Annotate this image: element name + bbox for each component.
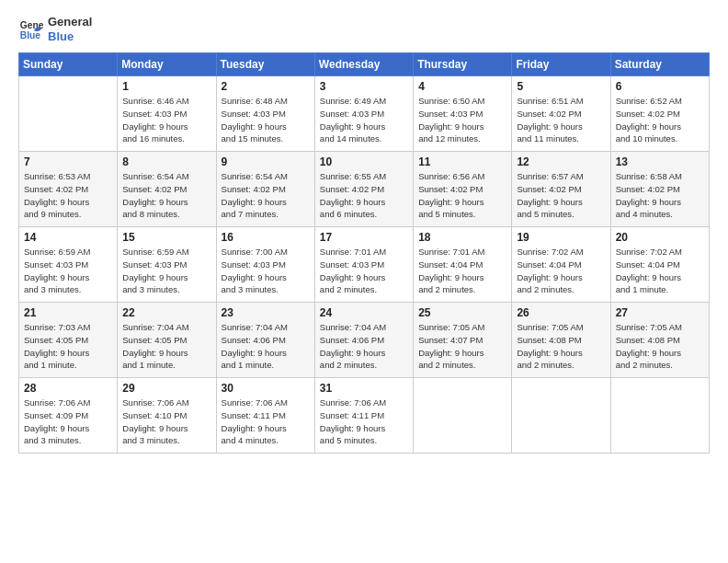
day-number: 5 (517, 80, 605, 93)
day-info: Sunrise: 7:05 AMSunset: 4:07 PMDaylight:… (418, 321, 506, 372)
day-info: Sunrise: 7:02 AMSunset: 4:04 PMDaylight:… (517, 246, 605, 296)
day-info: Sunrise: 6:54 AMSunset: 4:02 PMDaylight:… (122, 170, 210, 221)
day-info: Sunrise: 6:59 AMSunset: 4:03 PMDaylight:… (24, 246, 112, 296)
page-container: General Blue General Blue SundayMondayTu… (0, 0, 728, 563)
day-number: 6 (616, 80, 704, 93)
calendar-cell: 2Sunrise: 6:48 AMSunset: 4:03 PMDaylight… (216, 76, 314, 152)
day-number: 24 (320, 306, 408, 319)
day-number: 2 (222, 80, 310, 93)
calendar-cell: 7Sunrise: 6:53 AMSunset: 4:02 PMDaylight… (19, 152, 118, 227)
day-info: Sunrise: 7:03 AMSunset: 4:05 PMDaylight:… (24, 321, 112, 372)
day-info: Sunrise: 7:06 AMSunset: 4:10 PMDaylight:… (122, 396, 210, 447)
calendar-cell: 10Sunrise: 6:55 AMSunset: 4:02 PMDayligh… (314, 152, 413, 227)
day-number: 26 (517, 306, 605, 319)
calendar-cell: 1Sunrise: 6:46 AMSunset: 4:03 PMDaylight… (118, 76, 216, 152)
calendar-cell: 12Sunrise: 6:57 AMSunset: 4:02 PMDayligh… (512, 152, 610, 227)
day-number: 29 (122, 382, 210, 395)
day-number: 19 (517, 231, 605, 244)
day-number: 13 (616, 155, 704, 168)
day-info: Sunrise: 6:56 AMSunset: 4:02 PMDaylight:… (418, 170, 506, 221)
day-number: 27 (616, 306, 704, 319)
calendar-header-row: SundayMondayTuesdayWednesdayThursdayFrid… (19, 53, 710, 76)
calendar-cell (610, 378, 709, 454)
calendar-cell: 20Sunrise: 7:02 AMSunset: 4:04 PMDayligh… (610, 227, 709, 303)
day-info: Sunrise: 7:01 AMSunset: 4:03 PMDaylight:… (320, 246, 408, 296)
logo-text: General Blue (48, 15, 92, 43)
day-info: Sunrise: 6:52 AMSunset: 4:02 PMDaylight:… (616, 95, 704, 145)
day-number: 10 (320, 155, 408, 168)
day-info: Sunrise: 7:06 AMSunset: 4:11 PMDaylight:… (320, 396, 408, 447)
weekday-header: Thursday (414, 53, 512, 76)
calendar-cell: 16Sunrise: 7:00 AMSunset: 4:03 PMDayligh… (216, 227, 314, 303)
day-info: Sunrise: 6:51 AMSunset: 4:02 PMDaylight:… (517, 95, 605, 145)
day-info: Sunrise: 6:48 AMSunset: 4:03 PMDaylight:… (222, 95, 310, 145)
day-info: Sunrise: 7:04 AMSunset: 4:05 PMDaylight:… (122, 321, 210, 372)
day-info: Sunrise: 7:02 AMSunset: 4:04 PMDaylight:… (616, 246, 704, 296)
calendar-cell: 11Sunrise: 6:56 AMSunset: 4:02 PMDayligh… (414, 152, 512, 227)
calendar-cell: 22Sunrise: 7:04 AMSunset: 4:05 PMDayligh… (118, 303, 216, 378)
calendar-week-row: 1Sunrise: 6:46 AMSunset: 4:03 PMDaylight… (19, 76, 710, 152)
day-number: 15 (122, 231, 210, 244)
day-info: Sunrise: 7:04 AMSunset: 4:06 PMDaylight:… (222, 321, 310, 372)
day-number: 4 (418, 80, 506, 93)
page-header: General Blue General Blue (18, 15, 710, 43)
day-info: Sunrise: 6:49 AMSunset: 4:03 PMDaylight:… (320, 95, 408, 145)
calendar-cell: 14Sunrise: 6:59 AMSunset: 4:03 PMDayligh… (19, 227, 118, 303)
calendar-cell: 9Sunrise: 6:54 AMSunset: 4:02 PMDaylight… (216, 152, 314, 227)
day-number: 28 (24, 382, 112, 395)
day-number: 8 (122, 155, 210, 168)
calendar-cell (512, 378, 610, 454)
weekday-header: Wednesday (314, 53, 413, 76)
calendar-cell: 30Sunrise: 7:06 AMSunset: 4:11 PMDayligh… (216, 378, 314, 454)
calendar-cell: 23Sunrise: 7:04 AMSunset: 4:06 PMDayligh… (216, 303, 314, 378)
calendar-cell: 18Sunrise: 7:01 AMSunset: 4:04 PMDayligh… (414, 227, 512, 303)
svg-text:Blue: Blue (20, 30, 41, 40)
calendar-cell: 6Sunrise: 6:52 AMSunset: 4:02 PMDaylight… (610, 76, 709, 152)
day-info: Sunrise: 6:59 AMSunset: 4:03 PMDaylight:… (122, 246, 210, 296)
day-number: 21 (24, 306, 112, 319)
calendar-cell (414, 378, 512, 454)
calendar-cell: 27Sunrise: 7:05 AMSunset: 4:08 PMDayligh… (610, 303, 709, 378)
day-number: 18 (418, 231, 506, 244)
day-number: 20 (616, 231, 704, 244)
calendar-week-row: 21Sunrise: 7:03 AMSunset: 4:05 PMDayligh… (19, 303, 710, 378)
day-info: Sunrise: 7:01 AMSunset: 4:04 PMDaylight:… (418, 246, 506, 296)
calendar-week-row: 14Sunrise: 6:59 AMSunset: 4:03 PMDayligh… (19, 227, 710, 303)
calendar-cell: 17Sunrise: 7:01 AMSunset: 4:03 PMDayligh… (314, 227, 413, 303)
day-number: 22 (122, 306, 210, 319)
day-number: 7 (24, 155, 112, 168)
calendar-cell: 28Sunrise: 7:06 AMSunset: 4:09 PMDayligh… (19, 378, 118, 454)
day-info: Sunrise: 7:05 AMSunset: 4:08 PMDaylight:… (517, 321, 605, 372)
calendar-cell: 21Sunrise: 7:03 AMSunset: 4:05 PMDayligh… (19, 303, 118, 378)
logo: General Blue General Blue (18, 15, 92, 43)
day-info: Sunrise: 7:06 AMSunset: 4:11 PMDaylight:… (222, 396, 310, 447)
calendar-cell: 29Sunrise: 7:06 AMSunset: 4:10 PMDayligh… (118, 378, 216, 454)
calendar-cell: 19Sunrise: 7:02 AMSunset: 4:04 PMDayligh… (512, 227, 610, 303)
day-number: 30 (222, 382, 310, 395)
day-info: Sunrise: 6:58 AMSunset: 4:02 PMDaylight:… (616, 170, 704, 221)
calendar-cell: 5Sunrise: 6:51 AMSunset: 4:02 PMDaylight… (512, 76, 610, 152)
weekday-header: Sunday (19, 53, 118, 76)
calendar-cell: 26Sunrise: 7:05 AMSunset: 4:08 PMDayligh… (512, 303, 610, 378)
day-number: 11 (418, 155, 506, 168)
day-number: 23 (222, 306, 310, 319)
day-number: 12 (517, 155, 605, 168)
day-number: 16 (222, 231, 310, 244)
weekday-header: Saturday (610, 53, 709, 76)
calendar-cell: 24Sunrise: 7:04 AMSunset: 4:06 PMDayligh… (314, 303, 413, 378)
day-info: Sunrise: 6:55 AMSunset: 4:02 PMDaylight:… (320, 170, 408, 221)
calendar-cell: 4Sunrise: 6:50 AMSunset: 4:03 PMDaylight… (414, 76, 512, 152)
calendar-cell: 13Sunrise: 6:58 AMSunset: 4:02 PMDayligh… (610, 152, 709, 227)
calendar-cell: 8Sunrise: 6:54 AMSunset: 4:02 PMDaylight… (118, 152, 216, 227)
day-number: 17 (320, 231, 408, 244)
day-info: Sunrise: 7:05 AMSunset: 4:08 PMDaylight:… (616, 321, 704, 372)
day-number: 3 (320, 80, 408, 93)
day-info: Sunrise: 6:50 AMSunset: 4:03 PMDaylight:… (418, 95, 506, 145)
calendar-cell: 31Sunrise: 7:06 AMSunset: 4:11 PMDayligh… (314, 378, 413, 454)
day-number: 9 (222, 155, 310, 168)
calendar-cell: 15Sunrise: 6:59 AMSunset: 4:03 PMDayligh… (118, 227, 216, 303)
calendar-week-row: 7Sunrise: 6:53 AMSunset: 4:02 PMDaylight… (19, 152, 710, 227)
day-number: 1 (122, 80, 210, 93)
day-number: 31 (320, 382, 408, 395)
day-info: Sunrise: 6:46 AMSunset: 4:03 PMDaylight:… (122, 95, 210, 145)
